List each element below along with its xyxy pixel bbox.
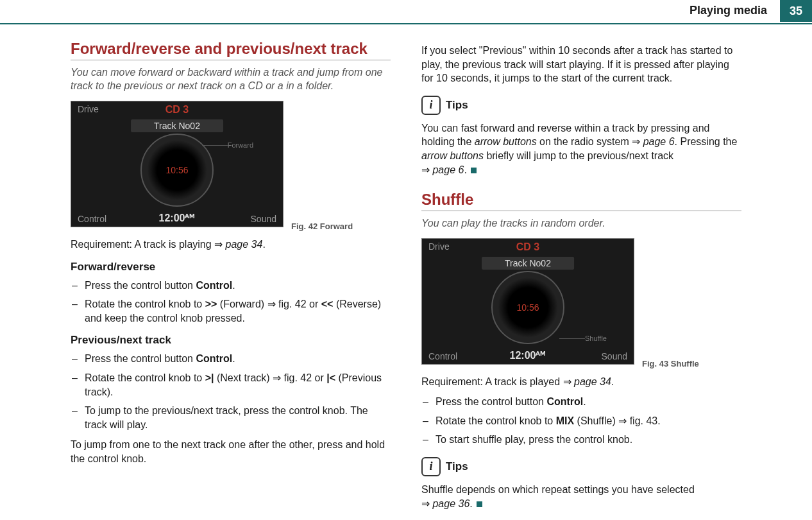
figure-42-caption: Fig. 42 Forward	[291, 221, 353, 231]
tips-text-1: You can fast forward and reverse within …	[421, 121, 741, 177]
steps-prev-next: Press the control button Control. Rotate…	[71, 352, 391, 431]
right-column: If you select "Previous" within 10 secon…	[421, 37, 741, 517]
subhead-forward-reverse: Forward/reverse	[71, 261, 391, 273]
fig43-cd-label: CD 3	[516, 241, 539, 253]
figure-43-row: Drive CD 3 Track No02 10:56 Shuffle Cont…	[421, 238, 741, 368]
tips-row-1: i Tips	[421, 96, 741, 115]
para-hold-knob: To jump from one to the next track one a…	[71, 438, 391, 465]
section-title-shuffle: Shuffle	[421, 191, 741, 211]
steps-forward-reverse: Press the control button Control. Rotate…	[71, 279, 391, 325]
step-rotate-mix: Rotate the control knob to MIX (Shuffle)…	[421, 414, 741, 428]
step-press-control-3: Press the control button Control.	[421, 395, 741, 409]
end-mark-icon	[471, 168, 477, 173]
lede-shuffle: You can play the tracks in random order.	[421, 216, 741, 230]
page-number: 35	[780, 0, 812, 22]
fig-drive-label: Drive	[78, 104, 99, 114]
figure-42-row: Drive CD 3 Track No02 10:56 Forward Cont…	[71, 101, 391, 231]
requirement-forward: Requirement: A track is playing ⇒ page 3…	[71, 238, 391, 252]
subhead-prev-next: Previous/next track	[71, 334, 391, 347]
tips-label-1: Tips	[446, 99, 468, 112]
fig43-control-label: Control	[428, 351, 457, 361]
info-icon: i	[421, 457, 441, 476]
figure-43: Drive CD 3 Track No02 10:56 Shuffle Cont…	[421, 238, 634, 365]
fig-track-label: Track No02	[131, 119, 223, 132]
fig43-clock-label: 12:00ᴬᴹ	[510, 349, 546, 361]
step-press-control-1: Press the control button Control.	[71, 279, 391, 293]
fig43-drive-label: Drive	[428, 241, 450, 252]
step-press-knob-shuffle: To start shuffle play, press the control…	[421, 433, 741, 447]
requirement-shuffle: Requirement: A track is played ⇒ page 34…	[421, 375, 741, 389]
fig-control-label: Control	[78, 214, 106, 224]
figure-43-caption: Fig. 43 Shuffle	[642, 359, 699, 368]
fig43-dial-time: 10:56	[516, 302, 539, 313]
fig-sound-label: Sound	[251, 214, 276, 224]
step-rotate-forward: Rotate the control knob to >> (Forward) …	[71, 297, 391, 325]
tips-row-2: i Tips	[421, 457, 741, 476]
fig43-shuffle-callout: Shuffle	[585, 334, 607, 342]
section-title-forward-reverse: Forward/reverse and previous/next track	[71, 40, 391, 60]
step-press-control-2: Press the control button Control.	[71, 352, 391, 366]
figure-42: Drive CD 3 Track No02 10:56 Forward Cont…	[71, 101, 283, 227]
fig43-dial: 10:56	[491, 271, 564, 344]
tips-text-2: Shuffle depends on which repeat settings…	[421, 483, 741, 510]
info-icon: i	[421, 96, 441, 115]
para-previous-behavior: If you select "Previous" within 10 secon…	[421, 44, 741, 85]
tips-label-2: Tips	[446, 460, 468, 473]
end-mark-icon	[477, 501, 482, 507]
lede-forward-reverse: You can move forward or backward within …	[71, 65, 391, 93]
steps-shuffle: Press the control button Control. Rotate…	[421, 395, 741, 447]
fig43-sound-label: Sound	[602, 351, 627, 361]
page-content: Forward/reverse and previous/next track …	[0, 24, 812, 517]
page-header: Playing media 35	[0, 0, 812, 24]
fig-cd-label: CD 3	[165, 104, 189, 116]
step-rotate-next: Rotate the control knob to >| (Next trac…	[71, 371, 391, 399]
fig-clock-label: 12:00ᴬᴹ	[159, 212, 196, 224]
fig43-track-label: Track No02	[482, 257, 574, 270]
left-column: Forward/reverse and previous/next track …	[71, 37, 391, 517]
section-label: Playing media	[689, 4, 767, 17]
fig-forward-callout: Forward	[228, 141, 253, 149]
fig-dial-time: 10:56	[165, 165, 188, 175]
step-press-knob: To jump to the previous/next track, pres…	[71, 404, 391, 431]
